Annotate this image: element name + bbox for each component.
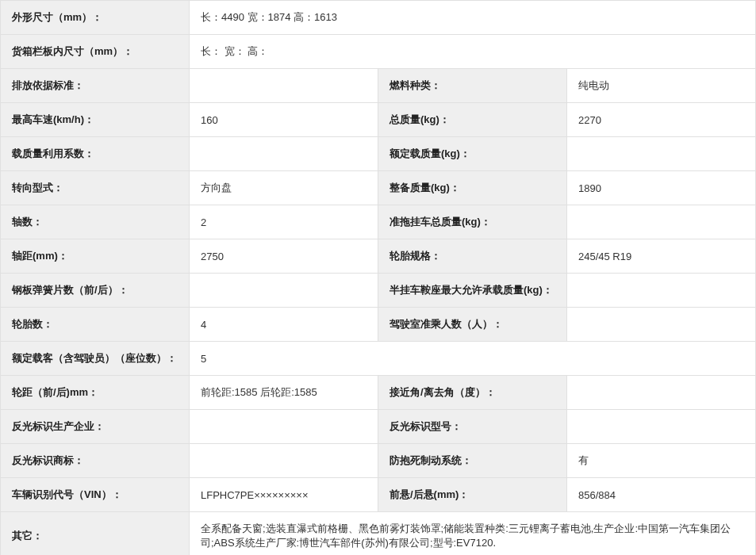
label-curb-mass: 整备质量(kg)： xyxy=(378,171,567,205)
label-load-util: 载质量利用系数： xyxy=(1,137,190,171)
label-overhang: 前悬/后悬(mm)： xyxy=(378,478,567,512)
value-track: 前轮距:1585 后轮距:1585 xyxy=(190,376,378,410)
row-axles-trailer: 轴数： 2 准拖挂车总质量(kg)： xyxy=(1,205,756,239)
value-tire-count: 4 xyxy=(190,308,378,342)
row-reflector-mfr-model: 反光标识生产企业： 反光标识型号： xyxy=(1,410,756,444)
row-leafspring-saddle: 钢板弹簧片数（前/后）： 半挂车鞍座最大允许承载质量(kg)： xyxy=(1,274,756,308)
row-cargo-inner: 货箱栏板内尺寸（mm）： 长： 宽： 高： xyxy=(1,35,756,69)
value-fuel-type: 纯电动 xyxy=(567,69,756,103)
label-tire-count: 轮胎数： xyxy=(1,308,190,342)
value-abs: 有 xyxy=(567,444,756,478)
value-dimensions: 长：4490 宽：1874 高：1613 xyxy=(190,1,756,35)
value-emission xyxy=(190,69,378,103)
value-approach xyxy=(567,376,756,410)
value-max-speed: 160 xyxy=(190,103,378,137)
vehicle-specs-table: 外形尺寸（mm）： 长：4490 宽：1874 高：1613 货箱栏板内尺寸（m… xyxy=(0,0,756,555)
value-tire-spec: 245/45 R19 xyxy=(567,239,756,274)
label-saddle-load: 半挂车鞍座最大允许承载质量(kg)： xyxy=(378,274,567,308)
value-trailer-mass xyxy=(567,205,756,239)
label-wheelbase: 轴距(mm)： xyxy=(1,239,190,274)
row-loadutil-ratedload: 载质量利用系数： 额定载质量(kg)： xyxy=(1,137,756,171)
label-vin: 车辆识别代号（VIN）： xyxy=(1,478,190,512)
label-rated-passengers: 额定载客（含驾驶员）（座位数）： xyxy=(1,342,190,376)
value-cab-capacity xyxy=(567,308,756,342)
label-emission: 排放依据标准： xyxy=(1,69,190,103)
label-trailer-mass: 准拖挂车总质量(kg)： xyxy=(378,205,567,239)
value-reflector-model xyxy=(567,410,756,444)
row-rated-passengers: 额定载客（含驾驶员）（座位数）： 5 xyxy=(1,342,756,376)
row-steering-curb: 转向型式： 方向盘 整备质量(kg)： 1890 xyxy=(1,171,756,205)
label-cargo-inner: 货箱栏板内尺寸（mm）： xyxy=(1,35,190,69)
row-reflector-brand-abs: 反光标识商标： 防抱死制动系统： 有 xyxy=(1,444,756,478)
value-total-mass: 2270 xyxy=(567,103,756,137)
value-load-util xyxy=(190,137,378,171)
label-dimensions: 外形尺寸（mm）： xyxy=(1,1,190,35)
label-axles: 轴数： xyxy=(1,205,190,239)
label-fuel-type: 燃料种类： xyxy=(378,69,567,103)
label-max-speed: 最高车速(km/h)： xyxy=(1,103,190,137)
row-tirecount-cab: 轮胎数： 4 驾驶室准乘人数（人）： xyxy=(1,308,756,342)
label-leaf-spring: 钢板弹簧片数（前/后）： xyxy=(1,274,190,308)
label-approach: 接近角/离去角（度）： xyxy=(378,376,567,410)
label-rated-load: 额定载质量(kg)： xyxy=(378,137,567,171)
row-wheelbase-tirespec: 轴距(mm)： 2750 轮胎规格： 245/45 R19 xyxy=(1,239,756,274)
value-axles: 2 xyxy=(190,205,378,239)
value-rated-passengers: 5 xyxy=(190,342,756,376)
value-reflector-mfr xyxy=(190,410,378,444)
label-reflector-model: 反光标识型号： xyxy=(378,410,567,444)
row-dimensions: 外形尺寸（mm）： 长：4490 宽：1874 高：1613 xyxy=(1,1,756,35)
label-tire-spec: 轮胎规格： xyxy=(378,239,567,274)
value-overhang: 856/884 xyxy=(567,478,756,512)
label-reflector-mfr: 反光标识生产企业： xyxy=(1,410,190,444)
value-other: 全系配备天窗;选装直瀑式前格栅、黑色前雾灯装饰罩;储能装置种类:三元锂离子蓄电池… xyxy=(190,512,756,556)
label-steering: 转向型式： xyxy=(1,171,190,205)
row-emission-fuel: 排放依据标准： 燃料种类： 纯电动 xyxy=(1,69,756,103)
value-rated-load xyxy=(567,137,756,171)
row-vin-overhang: 车辆识别代号（VIN）： LFPHC7PE××××××××× 前悬/后悬(mm)… xyxy=(1,478,756,512)
value-cargo-inner: 长： 宽： 高： xyxy=(190,35,756,69)
value-steering: 方向盘 xyxy=(190,171,378,205)
value-leaf-spring xyxy=(190,274,378,308)
value-reflector-brand xyxy=(190,444,378,478)
value-wheelbase: 2750 xyxy=(190,239,378,274)
value-curb-mass: 1890 xyxy=(567,171,756,205)
label-reflector-brand: 反光标识商标： xyxy=(1,444,190,478)
label-total-mass: 总质量(kg)： xyxy=(378,103,567,137)
value-vin: LFPHC7PE××××××××× xyxy=(190,478,378,512)
row-other: 其它： 全系配备天窗;选装直瀑式前格栅、黑色前雾灯装饰罩;储能装置种类:三元锂离… xyxy=(1,512,756,556)
label-cab-capacity: 驾驶室准乘人数（人）： xyxy=(378,308,567,342)
label-track: 轮距（前/后)mm： xyxy=(1,376,190,410)
label-other: 其它： xyxy=(1,512,190,556)
row-track-approach: 轮距（前/后)mm： 前轮距:1585 后轮距:1585 接近角/离去角（度）： xyxy=(1,376,756,410)
value-saddle-load xyxy=(567,274,756,308)
row-speed-mass: 最高车速(km/h)： 160 总质量(kg)： 2270 xyxy=(1,103,756,137)
label-abs: 防抱死制动系统： xyxy=(378,444,567,478)
